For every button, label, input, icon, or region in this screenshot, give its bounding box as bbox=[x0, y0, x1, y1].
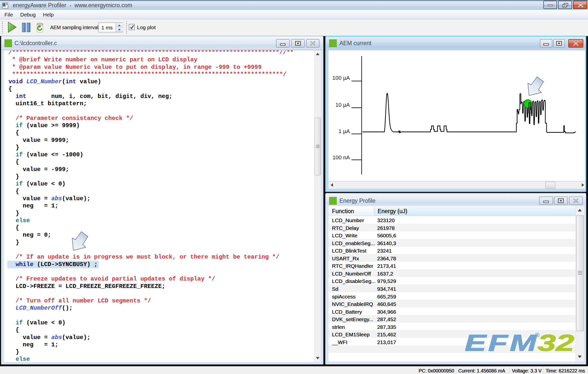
svg-text:100 nA: 100 nA bbox=[332, 154, 350, 161]
svg-text:100 µA: 100 µA bbox=[332, 75, 350, 81]
svg-text:1 µA: 1 µA bbox=[338, 128, 350, 134]
svg-text:10 µA: 10 µA bbox=[335, 102, 350, 108]
